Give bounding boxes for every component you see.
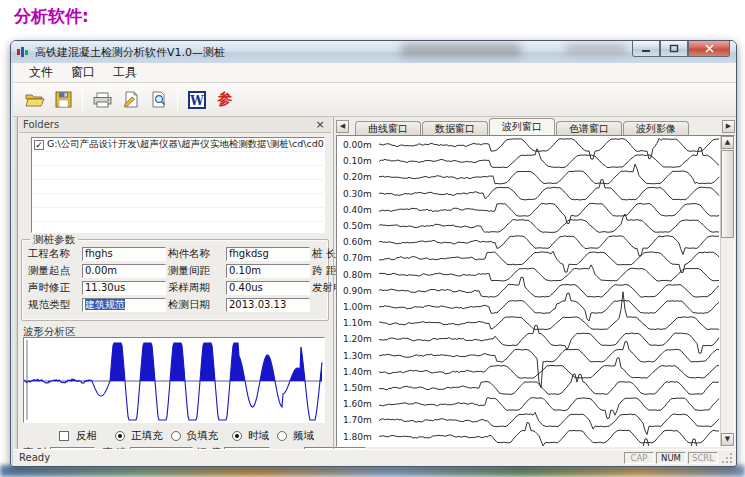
fill-positive-radio[interactable] bbox=[115, 431, 125, 441]
depth-label: 0.70m bbox=[343, 253, 377, 263]
resize-grip[interactable] bbox=[720, 451, 734, 465]
freq-domain-radio[interactable] bbox=[277, 431, 287, 441]
tab-curve-window[interactable]: 曲线窗口 bbox=[355, 121, 421, 135]
tab-spectrum-window[interactable]: 色谱窗口 bbox=[556, 121, 622, 135]
depth-label: 1.00m bbox=[343, 302, 377, 312]
param-field[interactable]: 11.30us bbox=[82, 281, 166, 295]
folders-close-icon[interactable]: × bbox=[313, 118, 327, 131]
depth-label: 1.30m bbox=[343, 351, 377, 361]
folders-panel-header: Folders × bbox=[19, 117, 331, 133]
param-field[interactable]: 0.10m bbox=[226, 264, 310, 278]
tab-data-window[interactable]: 数据窗口 bbox=[422, 121, 488, 135]
minimize-button[interactable] bbox=[632, 41, 660, 57]
param-field[interactable]: 建筑规范 bbox=[82, 298, 166, 312]
window-title: 高铁建混凝土检测分析软件V1.0—测桩 bbox=[35, 45, 225, 60]
tab-wavetrain-window[interactable]: 波列窗口 bbox=[489, 118, 555, 135]
param-field[interactable]: 2013.03.13 bbox=[226, 298, 310, 312]
glass-reflection bbox=[401, 43, 521, 57]
print-icon bbox=[93, 92, 112, 108]
depth-label: 0.30m bbox=[343, 189, 377, 199]
pile-params-group: 测桩参数 工程名称fhghs构件名称fhgkdsg桩 长0.00m测量起点0.0… bbox=[21, 239, 329, 321]
folder-list-row-empty bbox=[32, 152, 324, 166]
window-controls bbox=[632, 41, 730, 57]
tab-strip: ◀ 曲线窗口数据窗口波列窗口色谱窗口波列影像 ▶ bbox=[334, 117, 737, 135]
status-text: Ready bbox=[13, 452, 624, 463]
word-export-button[interactable]: W bbox=[183, 87, 211, 113]
app-window: 高铁建混凝土检测分析软件V1.0—测桩 文件 窗口 工具 bbox=[10, 40, 737, 467]
fill-positive-label: 正填充 bbox=[131, 429, 163, 443]
param-label: 采样周期 bbox=[168, 281, 224, 295]
close-button[interactable] bbox=[688, 41, 730, 57]
scrollbar-thumb[interactable] bbox=[721, 150, 734, 238]
param-field[interactable]: 0.40us bbox=[226, 281, 310, 295]
depth-label: 0.00m bbox=[343, 140, 377, 150]
depth-label: 1.70m bbox=[343, 415, 377, 425]
menu-bar: 文件 窗口 工具 bbox=[13, 63, 736, 83]
print-button[interactable] bbox=[88, 87, 116, 113]
wavetrain-traces-svg bbox=[379, 136, 721, 447]
open-folder-button[interactable] bbox=[21, 87, 49, 113]
freq-domain-label: 频域 bbox=[293, 429, 314, 443]
folder-list-item[interactable]: ✓ G:\公司产品设计开发\超声仪器\超声仪实地检测数据\测桩\cd\cd03\… bbox=[32, 138, 324, 152]
scroll-down-button[interactable]: ▼ bbox=[721, 433, 734, 446]
tab-scroll-left-button[interactable]: ◀ bbox=[336, 120, 349, 133]
status-bar: Ready CAP NUM SCRL bbox=[13, 449, 736, 465]
depth-label: 1.60m bbox=[343, 399, 377, 409]
folder-path: G:\公司产品设计开发\超声仪器\超声仪实地检测数据\测桩\cd\cd03\cd… bbox=[47, 138, 324, 151]
wave-analysis-plot[interactable] bbox=[23, 337, 325, 423]
param-field[interactable]: 0.00m bbox=[82, 264, 166, 278]
print-setup-button[interactable] bbox=[116, 87, 144, 113]
tab-wavetrain-image[interactable]: 波列影像 bbox=[623, 121, 689, 135]
param-label: 规范类型 bbox=[28, 298, 80, 312]
param-label: 工程名称 bbox=[28, 247, 80, 261]
param-label: 检测日期 bbox=[168, 298, 224, 312]
fill-negative-radio[interactable] bbox=[171, 431, 181, 441]
page-heading: 分析软件: bbox=[14, 5, 89, 28]
maximize-icon bbox=[669, 44, 679, 53]
dock-gripper[interactable] bbox=[13, 117, 18, 449]
menu-window[interactable]: 窗口 bbox=[63, 62, 103, 83]
param-field[interactable]: fhghs bbox=[82, 247, 166, 261]
save-button[interactable] bbox=[49, 87, 77, 113]
maximize-button[interactable] bbox=[660, 41, 688, 57]
depth-label: 0.50m bbox=[343, 221, 377, 231]
print-preview-button[interactable] bbox=[144, 87, 172, 113]
scroll-up-button[interactable]: ▲ bbox=[721, 136, 734, 149]
pile-params-title: 测桩参数 bbox=[30, 233, 78, 247]
depth-label: 1.40m bbox=[343, 367, 377, 377]
invert-checkbox[interactable] bbox=[59, 431, 69, 441]
print-preview-icon bbox=[150, 91, 167, 108]
menu-tools[interactable]: 工具 bbox=[105, 62, 145, 83]
folder-checkbox[interactable]: ✓ bbox=[34, 140, 44, 150]
vertical-scrollbar[interactable]: ▲ ▼ bbox=[720, 136, 734, 446]
wavetrain-panel: ◀ 曲线窗口数据窗口波列窗口色谱窗口波列影像 ▶ 1.80m1.70m1.60m… bbox=[333, 117, 736, 449]
tabs: 曲线窗口数据窗口波列窗口色谱窗口波列影像 bbox=[349, 118, 722, 135]
wavetrain-view[interactable]: 1.80m1.70m1.60m1.50m1.40m1.30m1.20m1.10m… bbox=[336, 135, 735, 447]
toolbar-separator bbox=[177, 89, 178, 111]
folder-list-row-empty bbox=[32, 166, 324, 180]
depth-label: 0.20m bbox=[343, 172, 377, 182]
depth-label: 0.90m bbox=[343, 286, 377, 296]
print-setup-icon bbox=[122, 91, 139, 108]
parameters-button[interactable]: 参 bbox=[211, 87, 239, 113]
menu-file[interactable]: 文件 bbox=[21, 62, 61, 83]
folders-list[interactable]: ✓ G:\公司产品设计开发\超声仪器\超声仪实地检测数据\测桩\cd\cd03\… bbox=[31, 137, 325, 233]
wave-options-row: 反相 正填充 负填充 时域 频域 bbox=[19, 429, 331, 443]
folders-panel-title: Folders bbox=[23, 119, 59, 130]
param-label: 声时修正 bbox=[28, 281, 80, 295]
fill-negative-label: 负填充 bbox=[187, 429, 219, 443]
param-field[interactable]: fhgkdsg bbox=[226, 247, 310, 261]
tab-scroll-right-button[interactable]: ▶ bbox=[722, 120, 735, 133]
open-folder-icon bbox=[25, 92, 45, 108]
save-icon bbox=[55, 91, 72, 108]
word-export-icon: W bbox=[188, 91, 206, 109]
depth-label: 1.10m bbox=[343, 318, 377, 328]
minimize-icon bbox=[641, 45, 651, 53]
glass-reflection bbox=[566, 44, 626, 54]
folder-list-row-empty bbox=[32, 180, 324, 194]
folder-list-row-empty bbox=[32, 208, 324, 222]
time-domain-radio[interactable] bbox=[232, 431, 242, 441]
param-label: 测量间距 bbox=[168, 264, 224, 278]
time-domain-label: 时域 bbox=[248, 429, 269, 443]
screenshot-stage: 分析软件: 高铁建混凝土检测分析软件V1.0—测桩 bbox=[0, 0, 745, 477]
